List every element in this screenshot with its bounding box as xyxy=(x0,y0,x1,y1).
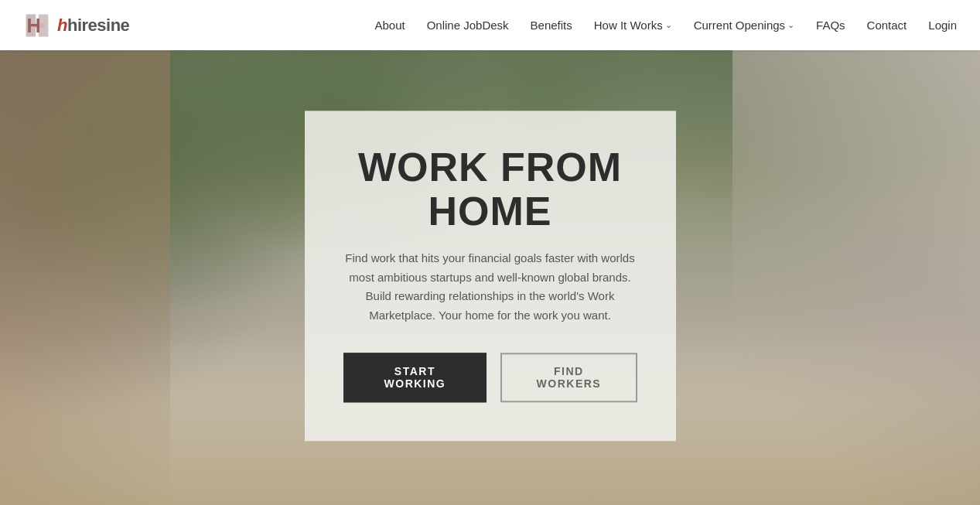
nav-dropdown-current-openings[interactable]: Current Openings ⌄ xyxy=(694,19,794,32)
logo-icon: H xyxy=(23,12,51,39)
nav-link-how-it-works[interactable]: How It Works xyxy=(594,19,663,32)
nav-dropdown-how-it-works[interactable]: How It Works ⌄ xyxy=(594,19,672,32)
nav-item-current-openings[interactable]: Current Openings ⌄ xyxy=(694,19,794,32)
hero-card: WORK FROM HOME Find work that hits your … xyxy=(305,111,676,441)
hero-section: WORK FROM HOME Find work that hits your … xyxy=(0,0,980,505)
nav-links: About Online JobDesk Benefits How It Wor… xyxy=(374,19,957,32)
nav-item-benefits[interactable]: Benefits xyxy=(531,19,572,32)
nav-link-benefits[interactable]: Benefits xyxy=(531,19,572,32)
nav-item-about[interactable]: About xyxy=(374,19,405,32)
nav-link-current-openings[interactable]: Current Openings xyxy=(694,19,785,32)
nav-link-jobdesk[interactable]: Online JobDesk xyxy=(427,19,509,32)
brand-name: hhiresine xyxy=(57,15,129,36)
nav-link-contact[interactable]: Contact xyxy=(867,19,907,32)
hero-buttons: START WORKING FIND WORKERS xyxy=(343,353,637,402)
hero-title-line1: WORK FROM xyxy=(358,145,622,189)
chevron-down-icon: ⌄ xyxy=(665,20,672,30)
logo[interactable]: H hhiresine xyxy=(23,12,129,39)
nav-item-faqs[interactable]: FAQs xyxy=(816,19,845,32)
nav-item-jobdesk[interactable]: Online JobDesk xyxy=(427,19,509,32)
nav-link-faqs[interactable]: FAQs xyxy=(816,19,845,32)
navbar: H hhiresine About Online JobDesk Benefit… xyxy=(0,0,980,50)
nav-item-how-it-works[interactable]: How It Works ⌄ xyxy=(594,19,672,32)
chevron-down-icon-2: ⌄ xyxy=(787,20,794,30)
nav-item-contact[interactable]: Contact xyxy=(867,19,907,32)
nav-link-login[interactable]: Login xyxy=(928,19,957,32)
hero-subtitle: Find work that hits your financial goals… xyxy=(343,249,637,326)
svg-text:H: H xyxy=(27,15,41,36)
nav-item-login[interactable]: Login xyxy=(928,19,957,32)
hero-title: WORK FROM HOME xyxy=(343,145,637,234)
hero-title-line2: HOME xyxy=(429,189,552,234)
find-workers-button[interactable]: FIND WORKERS xyxy=(500,353,637,402)
nav-link-about[interactable]: About xyxy=(374,19,405,32)
start-working-button[interactable]: START WORKING xyxy=(343,353,487,402)
